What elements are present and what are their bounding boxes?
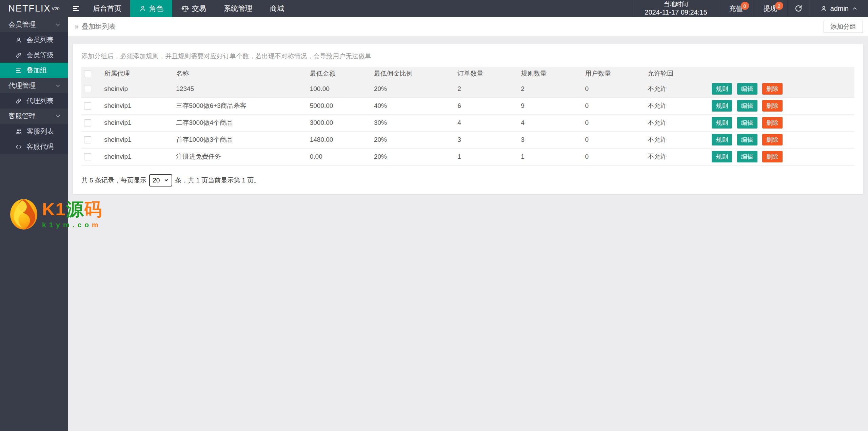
- select-all-checkbox[interactable]: [84, 70, 91, 77]
- local-time-label: 当地时间: [664, 0, 688, 8]
- navbar-right: 当地时间 2024-11-17 09:24:15 充值 0 提现 2 admin: [633, 0, 868, 17]
- nav-item-label: 系统管理: [224, 4, 252, 13]
- username: admin: [830, 5, 849, 13]
- edit-button[interactable]: 编辑: [737, 151, 757, 162]
- user-menu[interactable]: admin: [810, 0, 868, 17]
- table-row: sheinvip1 首存1000做3个商品 1480.00 20% 3 3 0 …: [81, 131, 854, 148]
- row-checkbox[interactable]: [84, 102, 91, 110]
- delete-button[interactable]: 删除: [762, 151, 783, 162]
- page-size-value: 20: [153, 177, 160, 184]
- col-header-rules: 规则数量: [518, 67, 582, 80]
- cell-recycle: 不允许: [645, 131, 709, 148]
- nav-item-dashboard[interactable]: 后台首页: [84, 0, 130, 17]
- cell-recycle: 不允许: [645, 80, 709, 97]
- watermark-logo: K1源码 k1ym.com: [9, 198, 102, 230]
- chevron-down-icon: [55, 83, 61, 89]
- delete-button[interactable]: 删除: [762, 134, 783, 145]
- user-avatar-icon: [820, 5, 827, 12]
- rule-button[interactable]: 规则: [712, 151, 732, 162]
- col-header-users: 用户数量: [582, 67, 645, 80]
- local-time-value: 2024-11-17 09:24:15: [645, 8, 707, 17]
- pagination-suffix: 条，共 1 页当前显示第 1 页。: [175, 176, 260, 185]
- cell-orders: 2: [455, 80, 518, 97]
- add-group-button[interactable]: 添加分组: [824, 21, 863, 33]
- row-checkbox[interactable]: [84, 136, 91, 143]
- cell-orders: 6: [455, 97, 518, 114]
- watermark-ma: 码: [84, 199, 102, 219]
- refresh-icon: [794, 4, 803, 13]
- cell-min-commission: 20%: [371, 80, 455, 97]
- cell-recycle: 不允许: [645, 148, 709, 165]
- edit-button[interactable]: 编辑: [737, 100, 757, 112]
- rule-button[interactable]: 规则: [712, 117, 732, 129]
- rule-button[interactable]: 规则: [712, 100, 732, 112]
- nav-item-label: 交易: [192, 4, 206, 13]
- sidebar-item-support-code[interactable]: 客服代码: [0, 139, 68, 154]
- delete-button[interactable]: 删除: [762, 100, 783, 112]
- logo-text: NETFLIX: [8, 3, 51, 14]
- sidebar-item-member-level[interactable]: 会员等级: [0, 47, 68, 63]
- watermark-domain: k1ym.com: [42, 221, 102, 229]
- nav-item-mall[interactable]: 商城: [261, 0, 293, 17]
- rule-button[interactable]: 规则: [712, 134, 732, 145]
- sidebar-item-label: 代理列表: [26, 96, 54, 105]
- sidebar-item-label: 客服代码: [26, 142, 54, 151]
- edit-button[interactable]: 编辑: [737, 117, 757, 129]
- delete-button[interactable]: 删除: [762, 117, 783, 129]
- sidebar-group-members[interactable]: 会员管理: [0, 17, 68, 32]
- watermark-k1: K1: [42, 199, 66, 219]
- cell-rules: 1: [518, 148, 582, 165]
- cell-min-amount: 0.00: [307, 148, 371, 165]
- edit-button[interactable]: 编辑: [737, 134, 757, 145]
- nav-item-roles[interactable]: 角色: [130, 0, 172, 17]
- delete-button[interactable]: 删除: [762, 83, 783, 95]
- cell-users: 0: [582, 148, 645, 165]
- row-checkbox[interactable]: [84, 85, 91, 92]
- cell-users: 0: [582, 97, 645, 114]
- cell-rules: 9: [518, 97, 582, 114]
- row-checkbox[interactable]: [84, 153, 91, 160]
- sidebar-item-stack-group[interactable]: 叠加组: [0, 63, 68, 78]
- nav-item-label: 商城: [270, 4, 284, 13]
- sidebar-group-label: 代理管理: [8, 81, 36, 90]
- cell-name: 12345: [173, 80, 307, 97]
- cell-recycle: 不允许: [645, 114, 709, 131]
- list-icon: [15, 67, 22, 74]
- cell-users: 0: [582, 114, 645, 131]
- cell-agent: sheinvip1: [101, 131, 173, 148]
- app-logo: NETFLIX V20: [0, 0, 68, 17]
- cell-agent: sheinvip1: [101, 148, 173, 165]
- col-header-min-amount: 最低金额: [307, 67, 371, 80]
- local-time: 当地时间 2024-11-17 09:24:15: [633, 0, 718, 17]
- pagination-prefix: 共 5 条记录，每页显示: [81, 176, 146, 185]
- rule-button[interactable]: 规则: [712, 83, 732, 95]
- col-header-orders: 订单数量: [455, 67, 518, 80]
- cell-min-amount: 3000.00: [307, 114, 371, 131]
- sidebar-toggle-button[interactable]: [68, 0, 84, 17]
- table-row: sheinvip1 三存5000做6+3商品杀客 5000.00 40% 6 9…: [81, 97, 854, 114]
- edit-button[interactable]: 编辑: [737, 83, 757, 95]
- nav-item-system[interactable]: 系统管理: [215, 0, 261, 17]
- col-header-min-commission: 最低佣金比例: [371, 67, 455, 80]
- cell-name: 二存3000做4个商品: [173, 114, 307, 131]
- sidebar-group-agents[interactable]: 代理管理: [0, 78, 68, 93]
- refresh-button[interactable]: [787, 0, 810, 17]
- nav-item-trade[interactable]: 交易: [172, 0, 215, 17]
- row-checkbox[interactable]: [84, 119, 91, 126]
- sidebar-item-agent-list[interactable]: 代理列表: [0, 93, 68, 109]
- sidebar-item-support-list[interactable]: 客服列表: [0, 124, 68, 139]
- cell-min-commission: 40%: [371, 97, 455, 114]
- page-size-select[interactable]: 20: [149, 174, 172, 187]
- recharge-button[interactable]: 充值 0: [719, 0, 753, 17]
- sidebar-group-support[interactable]: 客服管理: [0, 109, 68, 124]
- cell-min-commission: 30%: [371, 114, 455, 131]
- stack-group-table: 所属代理 名称 最低金额 最低佣金比例 订单数量 规则数量 用户数量 允许轮回 …: [81, 67, 854, 165]
- withdraw-button[interactable]: 提现 2: [753, 0, 787, 17]
- breadcrumb-bar: » 叠加组列表 添加分组: [68, 17, 868, 37]
- sidebar-item-member-list[interactable]: 会员列表: [0, 32, 68, 47]
- breadcrumb: » 叠加组列表: [75, 22, 116, 31]
- col-header-actions: [709, 67, 854, 80]
- code-icon: [15, 143, 22, 150]
- cell-agent: sheinvip1: [101, 97, 173, 114]
- users-icon: [15, 128, 22, 135]
